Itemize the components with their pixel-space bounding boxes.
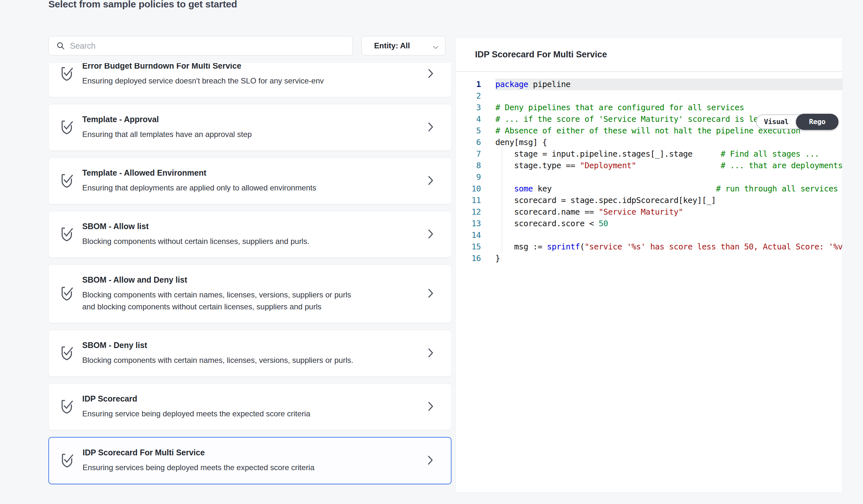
policy-card-title: IDP Scorecard bbox=[82, 394, 400, 403]
code-line: 11 scorecard = stage.spec.idpScorecard[k… bbox=[456, 195, 842, 206]
code-line: 8 stage.type == "Deployment" # ... that … bbox=[456, 160, 842, 171]
chevron-right-icon bbox=[428, 402, 434, 413]
line-content: } bbox=[495, 253, 842, 264]
line-content: # Deny pipelines that are configured for… bbox=[495, 102, 842, 114]
line-number: 9 bbox=[456, 171, 481, 183]
policy-card[interactable]: SBOM - Allow and Deny list Blocking comp… bbox=[48, 264, 451, 323]
chevron-right-icon bbox=[428, 176, 434, 186]
policy-card-description: Ensuring service being deployed meets th… bbox=[82, 408, 366, 419]
chevron-down-icon bbox=[433, 45, 439, 51]
policy-detail-header: IDP Scorecard For Multi Service bbox=[456, 38, 842, 72]
shield-check-icon bbox=[60, 345, 74, 362]
line-content: some key # run through all services bbox=[495, 183, 842, 195]
policy-card[interactable]: Error Budget Burndown For Multi Service … bbox=[48, 63, 451, 97]
policy-card[interactable]: Template - Allowed Environment Ensuring … bbox=[48, 158, 451, 204]
policy-card-title: IDP Scorecard For Multi Service bbox=[83, 448, 399, 457]
code-line: 12 scorecard.name == "Service Maturity" bbox=[456, 206, 842, 218]
shield-check-icon bbox=[60, 172, 74, 190]
line-number: 7 bbox=[456, 148, 481, 160]
line-number: 4 bbox=[456, 114, 481, 125]
line-number: 16 bbox=[456, 253, 481, 264]
line-content bbox=[495, 171, 842, 183]
line-content bbox=[495, 230, 842, 241]
code-line: 13 scorecard.score < 50 bbox=[456, 218, 842, 230]
line-number: 6 bbox=[456, 137, 481, 148]
line-content: msg := sprintf("service '%s' has score l… bbox=[495, 241, 842, 253]
search-input[interactable] bbox=[70, 41, 352, 51]
line-number: 12 bbox=[456, 206, 481, 218]
policy-card-description: Blocking components with certain names, … bbox=[82, 289, 366, 313]
policy-list: Error Budget Burndown For Multi Service … bbox=[48, 63, 451, 491]
code-line: 2 bbox=[456, 90, 842, 102]
code-line: 3 # Deny pipelines that are configured f… bbox=[456, 102, 842, 114]
line-content: deny[msg] { bbox=[495, 137, 842, 148]
line-content: stage = input.pipeline.stages[_].stage #… bbox=[495, 148, 842, 160]
shield-check-icon bbox=[60, 452, 74, 469]
code-line: 15 msg := sprintf("service '%s' has scor… bbox=[456, 241, 842, 253]
line-number: 5 bbox=[456, 125, 481, 137]
chevron-right-icon bbox=[428, 288, 434, 299]
policy-card-title: SBOM - Allow list bbox=[82, 222, 400, 231]
chevron-right-icon bbox=[428, 229, 434, 240]
line-content: scorecard = stage.spec.idpScorecard[key]… bbox=[495, 195, 842, 206]
policy-card-description: Ensuring that all templates have an appr… bbox=[82, 128, 366, 140]
toggle-visual-button[interactable]: Visual bbox=[756, 115, 796, 129]
shield-check-icon bbox=[60, 65, 74, 83]
line-content: stage.type == "Deployment" # ... that ar… bbox=[495, 160, 842, 171]
policy-card[interactable]: Template - Approval Ensuring that all te… bbox=[48, 104, 451, 151]
policy-card-title: Template - Allowed Environment bbox=[82, 168, 400, 178]
code-line: 6 deny[msg] { bbox=[456, 137, 842, 148]
search-box bbox=[48, 36, 353, 55]
policy-card-description: Ensuring deployed service doesn't breach… bbox=[82, 75, 366, 87]
visual-rego-toggle: Visual Rego bbox=[756, 114, 838, 129]
chevron-right-icon bbox=[428, 455, 434, 466]
policy-card[interactable]: SBOM - Allow list Blocking components wi… bbox=[48, 211, 451, 258]
code-line: 16 } bbox=[456, 253, 842, 264]
policy-samples-screen: Select from sample policies to get start… bbox=[0, 0, 863, 504]
line-content: scorecard.name == "Service Maturity" bbox=[495, 206, 842, 218]
policy-card-title: Template - Approval bbox=[82, 115, 400, 124]
line-number: 3 bbox=[456, 102, 481, 114]
chevron-right-icon bbox=[428, 348, 434, 359]
line-number: 15 bbox=[456, 241, 481, 253]
policy-card[interactable]: SBOM - Deny list Blocking components wit… bbox=[48, 330, 451, 377]
policy-card-title: SBOM - Allow and Deny list bbox=[82, 275, 400, 285]
code-line: 10 some key # run through all services bbox=[456, 183, 842, 195]
line-number: 8 bbox=[456, 160, 481, 171]
code-lines: 1 package pipeline 2 3 # Deny pipelines … bbox=[456, 79, 842, 264]
shield-check-icon bbox=[60, 119, 74, 136]
policy-card-description: Blocking components without certain lice… bbox=[82, 235, 366, 247]
policy-card-description: Blocking components with certain names, … bbox=[82, 354, 366, 366]
line-number: 13 bbox=[456, 218, 481, 230]
code-editor[interactable]: 1 package pipeline 2 3 # Deny pipelines … bbox=[456, 72, 842, 264]
code-line: 7 stage = input.pipeline.stages[_].stage… bbox=[456, 148, 842, 160]
shield-check-icon bbox=[60, 398, 74, 416]
line-content: scorecard.score < 50 bbox=[495, 218, 842, 230]
policy-card[interactable]: IDP Scorecard For Multi Service Ensuring… bbox=[48, 437, 451, 484]
line-number: 10 bbox=[456, 183, 481, 195]
search-icon bbox=[57, 41, 65, 50]
chevron-right-icon bbox=[428, 122, 434, 133]
line-number: 14 bbox=[456, 230, 481, 241]
policy-card-description: Ensuring that deployments are applied on… bbox=[82, 182, 366, 194]
code-line: 1 package pipeline bbox=[456, 79, 842, 90]
line-number: 2 bbox=[456, 90, 481, 102]
line-number: 1 bbox=[456, 79, 481, 90]
indent-guide bbox=[502, 148, 502, 253]
policy-card[interactable]: IDP Scorecard Ensuring service being dep… bbox=[48, 384, 451, 430]
policy-card-title: Error Budget Burndown For Multi Service bbox=[82, 63, 400, 70]
policy-card-description: Ensuring services being deployed meets t… bbox=[83, 462, 366, 474]
entity-filter-label: Entity: All bbox=[374, 41, 410, 50]
entity-filter-dropdown[interactable]: Entity: All bbox=[362, 36, 445, 55]
shield-check-icon bbox=[60, 285, 74, 302]
toggle-rego-button[interactable]: Rego bbox=[796, 114, 838, 130]
policy-detail-panel: IDP Scorecard For Multi Service 1 packag… bbox=[455, 37, 843, 493]
line-content: package pipeline bbox=[495, 79, 842, 90]
line-content bbox=[495, 90, 842, 102]
policy-detail-title: IDP Scorecard For Multi Service bbox=[475, 50, 607, 60]
shield-check-icon bbox=[60, 226, 74, 243]
code-line: 9 bbox=[456, 171, 842, 183]
chevron-right-icon bbox=[428, 69, 434, 80]
page-title: Select from sample policies to get start… bbox=[48, 0, 237, 10]
line-number: 11 bbox=[456, 195, 481, 206]
